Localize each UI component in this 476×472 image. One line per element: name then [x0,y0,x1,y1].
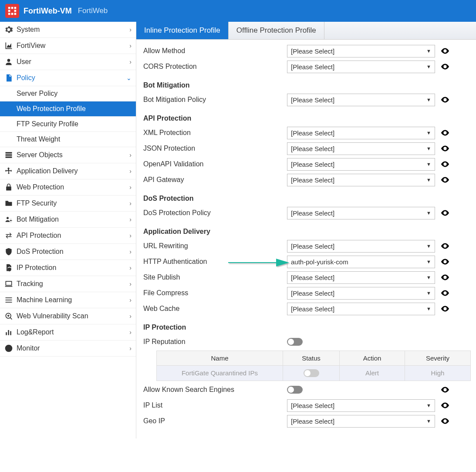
select-cors-protection[interactable]: [Please Select]▼ [287,61,435,73]
nav-tracking[interactable]: Tracking› [0,276,136,292]
nav-log-report[interactable]: Log&Report› [0,324,136,341]
view-button[interactable] [439,240,451,252]
cell-name: FortiGate Quarantined IPs [157,366,283,381]
svg-rect-0 [8,7,10,9]
nav-ftp-security[interactable]: FTP Security› [0,196,136,212]
view-button[interactable] [439,174,451,185]
nav-sub-threat-weight[interactable]: Threat Weight [0,132,136,147]
row-allow-method: Allow Method[Please Select]▼ [143,44,471,58]
nav-api-protection[interactable]: API Protection› [0,228,136,244]
select-web-cache[interactable]: [Please Select]▼ [287,303,435,315]
nav-application-delivery[interactable]: Application Delivery› [0,163,136,179]
tab-inline-protection-profile[interactable]: Inline Protection Profile [136,22,229,39]
swap-icon [4,231,13,240]
select-value: [Please Select] [291,145,334,152]
nav-sub-label: Web Protection Profile [17,105,132,113]
view-button[interactable] [439,94,451,105]
select-ip-list[interactable]: [Please Select]▼ [287,399,435,412]
label-web-cache: Web Cache [143,305,287,313]
select-bot-mitigation-policy[interactable]: [Please Select]▼ [287,94,435,106]
svg-rect-20 [6,332,7,335]
select-url-rewriting[interactable]: [Please Select]▼ [287,240,435,253]
select-geo-ip[interactable]: [Please Select]▼ [287,415,435,428]
nav-label: FortiView [17,42,129,50]
toggle-allow-search[interactable] [287,386,303,394]
svg-rect-10 [6,154,12,155]
select-api-gateway[interactable]: [Please Select]▼ [287,174,435,186]
row-json-protection: JSON Protection[Please Select]▼ [143,142,471,155]
nav-ip-protection[interactable]: IP Protection› [0,260,136,276]
svg-rect-11 [6,156,12,158]
nav-user[interactable]: User› [0,54,136,70]
select-value: [Please Select] [291,418,334,425]
nav-bot-mitigation[interactable]: Bot Mitigation› [0,212,136,228]
toggle-ip-reputation[interactable] [287,338,303,346]
folder-icon [4,199,13,208]
caret-down-icon: ▼ [426,275,431,280]
view-button[interactable] [439,207,451,219]
row-geo-ip: Geo IP[Please Select]▼ [143,414,471,428]
select-allow-method[interactable]: [Please Select]▼ [287,45,435,57]
view-button[interactable] [439,256,451,267]
user-icon [4,57,13,66]
chevron-right-icon: › [129,26,132,33]
view-button[interactable] [439,272,451,283]
nav-machine-learning[interactable]: Machine Learning› [0,292,136,308]
nav-fortiview[interactable]: FortiView› [0,38,136,54]
view-button[interactable] [439,143,451,154]
select-file-compress[interactable]: [Please Select]▼ [287,287,435,300]
select-value: [Please Select] [291,63,334,71]
toggle-row-status[interactable] [304,369,319,377]
nav-sub-web-protection-profile[interactable]: Web Protection Profile [0,101,136,117]
nav-web-vulnerability-scan[interactable]: Web Vulnerability Scan› [0,308,136,324]
nav-web-protection[interactable]: Web Protection› [0,179,136,196]
nav-label: Tracking [17,280,129,288]
main-content: Inline Protection ProfileOffline Protect… [136,22,476,438]
row-http-authentication: HTTP Authenticationauth-pol-yurisk-com▼ [143,255,471,269]
caret-down-icon: ▼ [426,306,431,311]
nav-server-objects[interactable]: Server Objects› [0,147,136,163]
caret-down-icon: ▼ [426,259,431,264]
select-value: [Please Select] [291,96,334,104]
section-ip-protection: IP Protection [143,324,471,331]
row-api-gateway: API Gateway[Please Select]▼ [143,173,471,187]
nav-label: User [17,58,129,66]
gear-icon [4,25,13,34]
svg-rect-6 [11,13,14,15]
nav-dos-protection[interactable]: DoS Protection› [0,244,136,260]
view-button[interactable] [439,303,451,314]
view-button[interactable] [439,384,451,395]
select-http-authentication[interactable]: auth-pol-yurisk-com▼ [287,256,435,268]
row-url-rewriting: URL Rewriting[Please Select]▼ [143,239,471,253]
chevron-right-icon: › [129,248,132,255]
nav-policy[interactable]: Policy⌄ [0,70,136,86]
caret-down-icon: ▼ [426,403,431,408]
view-button[interactable] [439,158,451,170]
nav-label: Machine Learning [17,296,129,304]
select-xml-protection[interactable]: [Please Select]▼ [287,127,435,139]
svg-rect-7 [14,13,17,15]
view-button[interactable] [439,415,451,427]
nav-sub-ftp-security-profile[interactable]: FTP Security Profile [0,117,136,132]
select-dos-protection-policy[interactable]: [Please Select]▼ [287,207,435,219]
nav-system[interactable]: System› [0,22,136,38]
select-site-publish[interactable]: [Please Select]▼ [287,271,435,284]
caret-down-icon: ▼ [426,418,431,424]
select-json-protection[interactable]: [Please Select]▼ [287,142,435,155]
svg-rect-21 [8,330,9,335]
view-button[interactable] [439,127,451,138]
view-button[interactable] [439,400,451,411]
nav-monitor[interactable]: Monitor› [0,341,136,357]
row-openapi-validation: OpenAPI Validation[Please Select]▼ [143,157,471,171]
tab-offline-protection-profile[interactable]: Offline Protection Profile [229,22,324,39]
view-button[interactable] [439,45,451,57]
nav-sub-server-policy[interactable]: Server Policy [0,86,136,101]
svg-rect-9 [6,152,12,153]
row-web-cache: Web Cache[Please Select]▼ [143,302,471,316]
view-button[interactable] [439,61,451,72]
select-openapi-validation[interactable]: [Please Select]▼ [287,158,435,171]
caret-down-icon: ▼ [426,290,431,296]
view-button[interactable] [439,287,451,299]
svg-rect-4 [14,10,17,12]
cell-severity: High [405,366,470,381]
